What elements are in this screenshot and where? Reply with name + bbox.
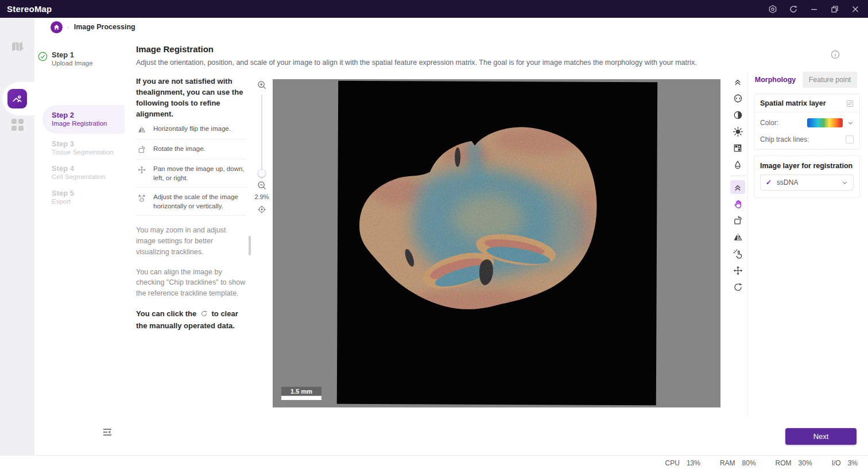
rom-stat: ROM 30%: [776, 459, 812, 467]
title-bar: StereoMap: [0, 0, 868, 18]
image-layer-selected: ssDNA: [777, 178, 798, 187]
move-tool-icon[interactable]: [730, 263, 745, 277]
color-gradient-swatch: [807, 118, 843, 127]
chevron-down-icon: [847, 120, 854, 126]
instructions-intro: If you are not satisfied with thealignme…: [136, 76, 246, 119]
pan-hand-tool-icon[interactable]: [730, 197, 745, 211]
refresh-icon[interactable]: [785, 2, 801, 16]
manual-adjust-tool-icon[interactable]: [730, 247, 745, 261]
spatial-matrix-card: Spatial matrix layer Color: Chip track l…: [754, 94, 860, 150]
step-item-4: Step 4 Cell Segmentation: [52, 164, 106, 180]
tool-help-row: Horizontally flip the image.: [136, 119, 246, 139]
stat-label: RAM: [720, 459, 735, 467]
minimize-icon[interactable]: [806, 2, 822, 16]
settings-icon[interactable]: [765, 2, 781, 16]
image-layer-select[interactable]: ✓ ssDNA: [760, 174, 854, 191]
tool-help-row: Adjust the scale of the image horizontal…: [136, 188, 246, 216]
tool-help-text: Horizontally flip the image.: [153, 125, 231, 134]
stat-value: 3%: [848, 459, 858, 467]
scale-icon: [137, 193, 146, 203]
check-icon: ✓: [766, 178, 772, 187]
io-stat: I/O 3%: [832, 459, 858, 467]
reset-operations-icon[interactable]: [730, 280, 745, 294]
fit-view-icon[interactable]: [253, 205, 271, 214]
breadcrumb: › Image Processing: [34, 18, 868, 36]
instructions-note: You may zoom in and adjust image setting…: [136, 225, 246, 257]
zoom-in-icon[interactable]: [253, 80, 271, 90]
layer-settings-icon[interactable]: [846, 100, 854, 107]
reset-note-prefix: You can click the: [136, 309, 196, 318]
sidebar-item-image-processing[interactable]: [7, 89, 27, 108]
flip-horizontal-tool-icon[interactable]: [730, 230, 745, 244]
flip-horizontal-icon: [137, 125, 146, 134]
step-item-1[interactable]: Step 1 Upload Image: [52, 51, 93, 67]
zoom-out-icon[interactable]: [253, 181, 271, 191]
viewer-toolbar: [728, 75, 747, 294]
page-header: Image Registration Adjust the orientatio…: [136, 44, 851, 67]
collapse-panel-icon[interactable]: [102, 428, 113, 437]
rotate-tool-icon[interactable]: [730, 213, 745, 227]
status-bar: CPU 13% RAM 80% ROM 30% I/O 3%: [0, 455, 868, 470]
tool-help-row: Rotate the image.: [136, 139, 246, 160]
contrast-icon[interactable]: [730, 108, 745, 122]
info-icon[interactable]: [831, 50, 840, 59]
step-label: Tissue Segmentation: [52, 149, 114, 156]
zoom-slider[interactable]: [261, 95, 262, 178]
scale-bar-label: 1.5 mm: [281, 387, 321, 395]
chevron-down-icon: [842, 180, 848, 186]
instructions-scrollbar[interactable]: [249, 236, 251, 255]
step-item-2[interactable]: Step 2 Image Registration: [52, 111, 107, 127]
toolbar-divider: [730, 176, 745, 176]
step-label: Upload Image: [52, 60, 93, 67]
step-number: Step 4: [52, 164, 106, 173]
zoom-slider-thumb[interactable]: [258, 169, 266, 177]
panel-tabs: Morphology Feature point: [748, 72, 868, 88]
tab-feature-point[interactable]: Feature point: [803, 72, 857, 88]
app-sidebar: [0, 18, 34, 470]
sidebar-item-apps[interactable]: [0, 111, 34, 138]
scale-bar: 1.5 mm: [281, 387, 321, 400]
restore-icon[interactable]: [827, 2, 843, 16]
instructions-panel: If you are not satisfied with thealignme…: [136, 76, 246, 416]
app-title: StereoMap: [7, 4, 52, 14]
instructions-reset-note: You can click the to clear the manually …: [136, 308, 246, 332]
collapse-adjust-group-icon[interactable]: [730, 75, 745, 88]
stat-label: ROM: [776, 459, 792, 467]
chip-track-lines-label: Chip track lines:: [760, 135, 809, 143]
reset-icon: [200, 310, 208, 317]
tab-morphology[interactable]: Morphology: [748, 72, 803, 88]
brightness-icon[interactable]: [730, 125, 745, 138]
scale-bar-line: [281, 396, 321, 400]
close-icon[interactable]: [847, 2, 863, 16]
tissue-section-image: [337, 81, 657, 405]
saturation-icon[interactable]: [730, 158, 745, 172]
tool-help-text: Adjust the scale of the image horizontal…: [153, 193, 246, 211]
stat-label: I/O: [832, 459, 841, 467]
color-balance-icon[interactable]: [730, 91, 745, 105]
home-icon[interactable]: [51, 21, 63, 33]
collapse-tools-group-icon[interactable]: [730, 180, 745, 194]
rotate-icon: [137, 145, 146, 154]
step-number: Step 3: [52, 139, 114, 148]
stat-value: 30%: [799, 459, 812, 467]
sidebar-item-map[interactable]: [0, 33, 34, 60]
chip-track-lines-checkbox[interactable]: [846, 135, 854, 143]
step-label: Cell Segmentation: [52, 173, 106, 180]
window-controls: [765, 2, 863, 16]
breadcrumb-page-label: Image Processing: [74, 23, 135, 31]
next-button[interactable]: Next: [785, 428, 857, 445]
page-description: Adjust the orientation, position, and sc…: [136, 59, 851, 67]
page-title: Image Registration: [136, 44, 851, 54]
color-gradient-select[interactable]: [807, 118, 854, 127]
step-label: Export: [52, 198, 74, 205]
registered-image[interactable]: [337, 81, 657, 405]
zoom-controls: 2.9%: [253, 80, 271, 214]
breadcrumb-chevron-icon: ›: [67, 24, 69, 30]
step-number: Step 2: [52, 111, 107, 119]
image-viewer-canvas[interactable]: 1.5 mm: [273, 79, 720, 407]
step-item-3: Step 3 Tissue Segmentation: [52, 139, 114, 156]
pixelate-grid-icon[interactable]: [730, 141, 745, 155]
step-complete-icon: [38, 52, 48, 61]
stat-label: CPU: [665, 459, 680, 467]
apps-grid-icon: [11, 119, 24, 131]
